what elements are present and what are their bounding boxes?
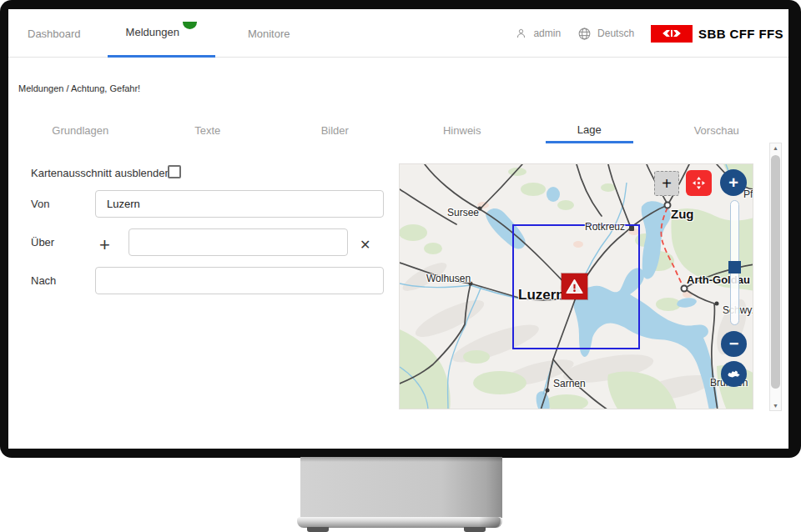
von-label: Von — [31, 198, 49, 210]
primary-nav: Dashboard Meldungen Monitore — [28, 9, 290, 58]
zoom-in-label: + — [728, 173, 738, 193]
tab[interactable]: Grundlagen — [17, 118, 144, 143]
brand-text: SBB CFF FFS — [698, 27, 783, 41]
von-input[interactable] — [95, 190, 384, 218]
user-menu[interactable]: admin — [515, 27, 561, 40]
zoom-out-button[interactable]: − — [721, 331, 747, 357]
nav-item[interactable]: Meldungen — [108, 9, 215, 58]
warning-triangle-icon — [564, 276, 585, 297]
map-place-label: Sarnen — [553, 378, 586, 389]
language-menu[interactable]: Deutsch — [577, 27, 634, 41]
map-place-label: Sursee — [447, 207, 479, 218]
map-place-label: Rotkreuz — [585, 221, 625, 233]
page-scrollbar[interactable]: ▲ ▼ — [769, 143, 782, 411]
monitor-foot — [307, 527, 329, 532]
hide-map-checkbox[interactable] — [168, 165, 181, 178]
header-right: admin Deutsch — [515, 9, 783, 58]
tab-label: Grundlagen — [43, 118, 117, 143]
tab-label: Texte — [186, 118, 229, 143]
scroll-down-arrow[interactable]: ▼ — [770, 403, 781, 409]
place-dot — [629, 226, 634, 231]
app-header: Dashboard Meldungen Monitore — [8, 9, 788, 58]
switzerland-icon — [726, 369, 742, 379]
add-via-button[interactable]: + — [99, 236, 110, 254]
sbb-logo: SBB CFF FFS — [651, 25, 783, 43]
sbb-flag-icon — [651, 25, 693, 43]
clear-via-button[interactable]: ✕ — [360, 238, 370, 252]
monitor-mockup: Dashboard Meldungen Monitore — [0, 0, 801, 532]
ueber-input[interactable] — [128, 228, 348, 256]
monitor-foot — [464, 527, 486, 532]
ueber-label: Über — [31, 236, 54, 248]
tab[interactable]: Hinweis — [399, 118, 526, 143]
tab-label: Bilder — [313, 118, 357, 143]
zoom-slider-handle[interactable] — [728, 261, 741, 274]
scroll-up-arrow[interactable]: ▲ — [770, 145, 781, 151]
tab[interactable]: Bilder — [271, 118, 399, 143]
nav-item-label: Dashboard — [28, 28, 81, 40]
nav-item-label: Meldungen — [126, 26, 179, 38]
warning-marker[interactable] — [562, 274, 587, 299]
nav-item[interactable]: Monitore — [248, 9, 290, 58]
app-window: Dashboard Meldungen Monitore — [8, 9, 788, 449]
map-canvas[interactable]: Sursee Wolhusen Rotkreuz Zug Luzern Arth… — [399, 163, 753, 409]
user-icon — [515, 27, 527, 40]
tab-label: Vorschau — [686, 118, 748, 143]
map-place-label: Pfäffikon — [743, 188, 753, 200]
notification-badge — [183, 22, 197, 29]
tab-label: Lage — [546, 118, 633, 143]
nach-label: Nach — [31, 274, 56, 287]
language-label: Deutsch — [597, 28, 634, 39]
map-place-label: Wolhusen — [426, 273, 471, 284]
box-zoom-button[interactable]: + — [654, 171, 679, 196]
nav-item[interactable]: Dashboard — [28, 9, 81, 58]
tab-label: Hinweis — [435, 118, 490, 143]
pan-mode-button[interactable] — [686, 170, 712, 196]
tab[interactable]: Vorschau — [653, 118, 781, 143]
place-dot — [715, 302, 719, 306]
tab[interactable]: Texte — [144, 118, 272, 143]
user-label: admin — [533, 28, 561, 39]
globe-icon — [577, 27, 592, 41]
place-dot — [546, 389, 550, 393]
zoom-in-button[interactable]: + — [720, 169, 747, 196]
breadcrumb: Meldungen / Achtung, Gefahr! — [18, 83, 140, 93]
nach-input[interactable] — [95, 267, 384, 294]
nav-item-label: Monitore — [248, 28, 290, 40]
tab[interactable]: Lage — [526, 118, 653, 143]
map-place-label: Zug — [671, 207, 694, 221]
monitor-stand — [300, 457, 502, 518]
zoom-to-switzerland-button[interactable] — [721, 361, 747, 387]
map-place-label: Luzern — [518, 287, 565, 304]
map-place-label: Arth-Goldau — [687, 274, 750, 286]
box-zoom-label: + — [662, 174, 672, 193]
hide-map-label: Kartenausschnitt ausblenden — [31, 167, 171, 179]
section-tabs: Grundlagen Texte Bilder Hinweis Lage — [17, 118, 780, 143]
zoom-out-label: − — [729, 334, 739, 354]
move-icon — [691, 175, 707, 191]
scrollbar-thumb[interactable] — [771, 155, 780, 389]
